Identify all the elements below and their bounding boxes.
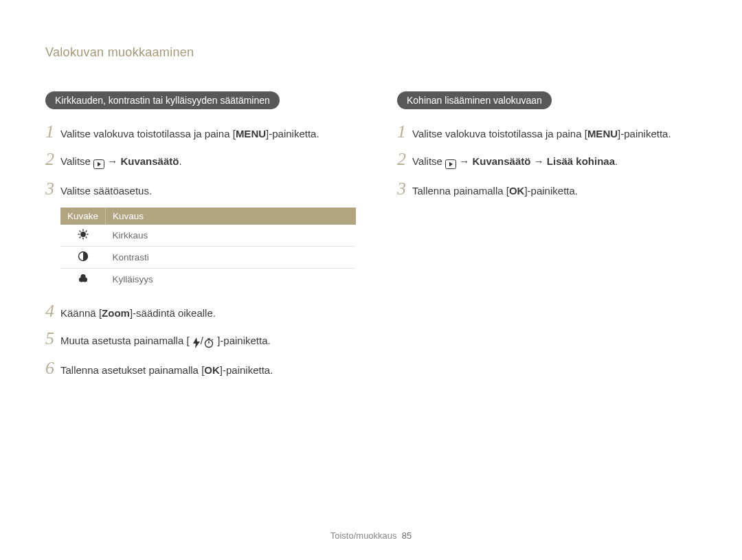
text: Valitse bbox=[60, 155, 93, 167]
step-3-right: 3 Tallenna painamalla [OK]-painiketta. bbox=[397, 180, 699, 198]
step-6-left: 6 Tallenna asetukset painamalla [OK]-pai… bbox=[45, 359, 356, 377]
bold-text: Kuvansäätö bbox=[120, 155, 179, 167]
step-number: 3 bbox=[397, 180, 412, 198]
text: ]-painiketta. bbox=[217, 335, 271, 346]
table-header-desc: Kuvaus bbox=[106, 208, 356, 225]
step-number: 6 bbox=[45, 359, 60, 377]
step-text: Tallenna painamalla [OK]-painiketta. bbox=[412, 183, 699, 198]
brightness-icon bbox=[60, 225, 106, 247]
page-footer: Toisto/muokkaus 85 bbox=[0, 530, 742, 541]
step-4-left: 4 Käännä [Zoom]-säädintä oikealle. bbox=[45, 302, 356, 320]
step-number: 5 bbox=[45, 330, 60, 348]
right-heading: Kohinan lisääminen valokuvaan bbox=[397, 91, 552, 109]
step-number: 4 bbox=[45, 302, 60, 320]
bold-text: Lisää kohinaa bbox=[547, 155, 615, 167]
text: ]-painiketta. bbox=[618, 128, 671, 139]
step-1-left: 1 Valitse valokuva toistotilassa ja pain… bbox=[45, 123, 356, 141]
step-2-left: 2 Valitse → Kuvansäätö. bbox=[45, 150, 356, 170]
svg-marker-21 bbox=[449, 162, 453, 167]
text: . bbox=[179, 155, 181, 167]
step-number: 3 bbox=[45, 180, 60, 198]
bold-text: Zoom bbox=[102, 307, 130, 319]
text: ]-painiketta. bbox=[524, 185, 578, 197]
text: Tallenna asetukset painamalla [ bbox=[60, 364, 204, 376]
svg-line-8 bbox=[85, 237, 87, 238]
table-cell-desc: Kirkkaus bbox=[106, 225, 356, 247]
left-heading: Kirkkauden, kontrastin tai kylläisyyden … bbox=[45, 91, 280, 109]
footer-section: Toisto/muokkaus bbox=[330, 530, 397, 541]
page-title: Valokuvan muokkaaminen bbox=[45, 45, 699, 60]
step-number: 1 bbox=[45, 123, 60, 141]
text: Tallenna painamalla [ bbox=[412, 185, 509, 197]
step-2-right: 2 Valitse → Kuvansäätö → Lisää kohinaa. bbox=[397, 150, 699, 170]
step-text: Valitse valokuva toistotilassa ja paina … bbox=[412, 126, 699, 141]
svg-line-7 bbox=[79, 231, 80, 232]
table-row: Kontrasti bbox=[60, 247, 356, 269]
right-column: Kohinan lisääminen valokuvaan 1 Valitse … bbox=[397, 91, 699, 387]
timer-icon bbox=[203, 335, 214, 350]
table-header-row: Kuvake Kuvaus bbox=[60, 208, 356, 225]
saturation-icon bbox=[60, 269, 106, 291]
step-number: 2 bbox=[397, 150, 412, 168]
text: Valitse valokuva toistotilassa ja paina … bbox=[60, 128, 236, 139]
step-5-left: 5 Muuta asetusta painamalla [ / ]-painik… bbox=[45, 330, 356, 350]
ok-key: OK bbox=[204, 364, 220, 376]
step-text: Valitse → Kuvansäätö → Lisää kohinaa. bbox=[412, 154, 699, 170]
step-text: Valitse valokuva toistotilassa ja paina … bbox=[60, 126, 356, 141]
svg-point-2 bbox=[81, 232, 85, 236]
play-icon bbox=[445, 156, 456, 170]
step-text: Valitse → Kuvansäätö. bbox=[60, 154, 356, 170]
svg-point-14 bbox=[80, 274, 85, 279]
arrow-text: → bbox=[534, 155, 544, 167]
step-3-left: 3 Valitse säätöasetus. bbox=[45, 180, 356, 198]
step-1-right: 1 Valitse valokuva toistotilassa ja pain… bbox=[397, 123, 699, 141]
arrow-text: → bbox=[459, 155, 469, 167]
contrast-icon bbox=[60, 247, 106, 269]
svg-line-10 bbox=[79, 237, 80, 238]
text: ]-painiketta. bbox=[220, 364, 273, 376]
step-number: 2 bbox=[45, 150, 60, 168]
text: ]-säädintä oikealle. bbox=[130, 307, 216, 319]
play-icon bbox=[93, 156, 104, 170]
svg-marker-15 bbox=[193, 337, 200, 348]
svg-line-19 bbox=[212, 339, 212, 340]
svg-marker-1 bbox=[98, 162, 101, 167]
svg-line-9 bbox=[85, 231, 87, 232]
left-column: Kirkkauden, kontrastin tai kylläisyyden … bbox=[45, 91, 356, 387]
flash-icon bbox=[192, 335, 201, 350]
table-row: Kylläisyys bbox=[60, 269, 356, 291]
step-text: Käännä [Zoom]-säädintä oikealle. bbox=[60, 306, 356, 320]
table-header-icon: Kuvake bbox=[60, 208, 106, 225]
arrow-text: → bbox=[107, 155, 117, 167]
step-text: Muuta asetusta painamalla [ / ]-painiket… bbox=[60, 333, 356, 350]
bold-text: Kuvansäätö bbox=[472, 155, 530, 167]
text: Valitse bbox=[412, 155, 445, 167]
ok-key: OK bbox=[509, 185, 525, 197]
text: Käännä [ bbox=[60, 307, 102, 319]
table-cell-desc: Kylläisyys bbox=[106, 269, 356, 291]
table-cell-desc: Kontrasti bbox=[106, 247, 356, 269]
adjustment-table: Kuvake Kuvaus Kirkkaus bbox=[60, 208, 356, 290]
table-row: Kirkkaus bbox=[60, 225, 356, 247]
text: Valitse valokuva toistotilassa ja paina … bbox=[412, 128, 587, 139]
step-number: 1 bbox=[397, 123, 412, 141]
menu-key: MENU bbox=[236, 128, 266, 139]
step-text: Valitse säätöasetus. bbox=[60, 183, 356, 198]
text: . bbox=[615, 155, 618, 167]
text: ]-painiketta. bbox=[266, 128, 319, 139]
menu-key: MENU bbox=[587, 128, 618, 139]
text: Muuta asetusta painamalla [ bbox=[60, 335, 190, 346]
step-text: Tallenna asetukset painamalla [OK]-paini… bbox=[60, 363, 356, 377]
footer-page-number: 85 bbox=[402, 530, 412, 541]
